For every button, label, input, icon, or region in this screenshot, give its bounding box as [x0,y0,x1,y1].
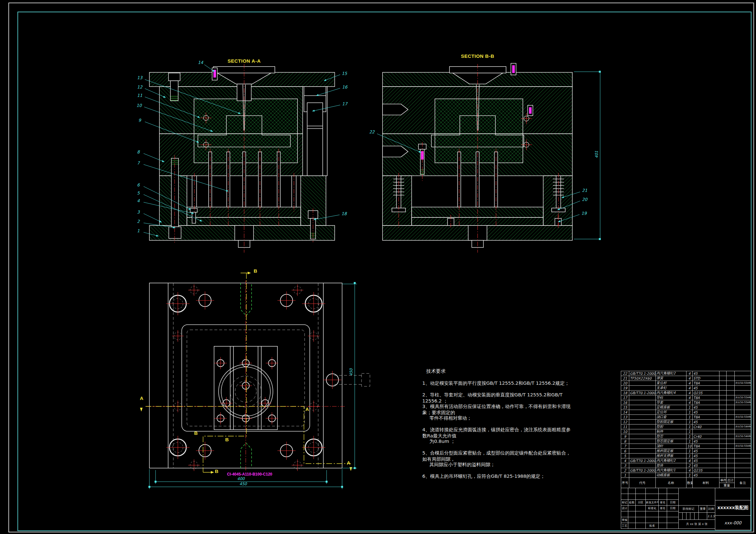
table-cell [629,473,656,478]
table-row: 18GB/T70.1-2000内六角螺钉44Q235 [621,391,751,395]
table-cell: 内六角螺钉1 [656,468,687,473]
stage-cell [683,513,687,520]
table-cell [628,488,636,494]
table-cell [727,395,735,400]
tech-requirement-line: 其间隙应小于塑料的溢料间隙； [422,462,574,473]
table-cell: 45 [693,439,719,444]
table-cell: 45 [693,371,719,376]
table-row: 审核 [621,517,679,523]
table-cell [629,463,656,468]
table-cell [719,454,727,458]
table-row: 工艺批准 [621,523,679,529]
table-cell [727,410,735,415]
table-cell [636,523,646,529]
table-cell [727,391,735,395]
table-cell: 淬火50-55HRC [735,400,751,405]
table-cell [735,468,751,473]
table-row: 16导套4T8A淬火50-55HRC [621,400,751,405]
table-cell: 审核 [621,517,628,523]
table-cell [727,434,735,439]
table-cell: 4 [687,458,693,463]
drawing-title: xxxxxx装配图 [715,500,751,516]
dim-section-bb-height: 401 [594,151,599,158]
balloon-5: 5 [137,191,140,195]
bom-header-weight: 重量 [719,483,735,488]
table-cell: 5 [621,454,629,458]
title-block-revision-grid: 标记处数分区更改文件号签名日期设计标准化签名日期审核工艺批准 [621,488,679,529]
table-cell [727,439,735,444]
table-row: 3垫块245 [621,463,751,468]
tech-requirement-line: 零件不得相对窜动； [422,415,574,427]
bom-header-qty: 数量 [687,478,693,488]
table-row: 15定模座板145 [621,405,751,410]
table-cell [719,449,727,454]
balloon-17: 17 [342,101,348,106]
table-cell [727,468,735,473]
table-cell: 定位环 [656,410,687,415]
table-cell: 45 [693,420,719,424]
table-row: 8型芯固定板145 [621,439,751,444]
title-block-blank-cell [679,488,715,506]
table-cell: 4 [687,386,693,391]
table-cell [735,376,751,381]
table-row: 标记处数分区更改文件号签名日期 [621,500,679,506]
table-cell: TF50X22X60 [629,376,656,381]
balloon-7: 7 [137,161,140,165]
table-cell [719,444,727,449]
table-cell [628,506,636,511]
table-cell [727,463,735,468]
balloon-9: 9 [138,118,141,123]
section-marker-B: B [215,469,219,474]
table-cell [735,458,751,463]
table-cell [719,420,727,424]
section-marker-B: B [225,437,229,442]
table-cell: 4 [687,400,693,405]
balloon-4: 4 [137,198,140,203]
table-cell [629,424,656,429]
table-cell: 工艺 [621,523,628,529]
table-cell: 处数 [628,500,636,506]
balloon-6: 6 [137,183,140,187]
table-cell: GB/T70.1-2000 [629,371,656,376]
table-row: 17导柱4T8A淬火50-55HRC [621,395,751,400]
table-cell: 复位杆 [656,381,687,386]
table-cell [621,494,628,500]
tech-requirement-line: 为0.8um ； [422,438,574,450]
table-cell [636,506,646,511]
table-row: 21TF50X22X60弹簧4STD [621,376,751,381]
table-cell: 10 [621,429,629,434]
table-cell [629,420,656,424]
table-cell: 4 [687,391,693,395]
title-block-middle: 阶段标记 重量 比例 1:1.5 共 xx 张 第 x 张 [678,488,715,529]
table-cell: 1 [687,410,693,415]
table-cell: 15 [621,405,629,410]
balloon-20: 20 [582,197,587,202]
table-cell: 17 [621,395,629,400]
stage-cell [687,513,690,520]
table-cell: 动模座板 [656,473,687,478]
table-cell: T8A [693,415,719,420]
table-cell: 标记 [621,500,628,506]
table-cell: 型芯固定板 [656,439,687,444]
bom-header-no: 序号 [621,478,629,488]
table-row: 6推杆固定板145 [621,449,751,454]
table-cell [719,410,727,415]
table-cell [659,511,667,517]
weight-label: 重量 [699,506,707,513]
table-cell: 淬火50-55HRC [735,415,751,420]
table-cell: 淬火50-54HRC [735,424,751,429]
stage-mark-label: 阶段标记 [679,506,699,513]
table-cell: 16 [621,400,629,405]
table-cell [735,473,751,478]
company-cell [715,488,751,500]
table-cell: 更改文件号 [646,500,659,506]
table-cell [735,420,751,424]
table-cell: 4 [687,371,693,376]
table-cell: 45 [693,458,719,463]
bom-header-remark: 备注 [735,478,751,488]
table-cell [693,429,719,434]
table-cell [719,468,727,473]
table-cell: 6 [621,449,629,454]
table-cell [735,386,751,391]
balloon-10: 10 [136,103,142,108]
